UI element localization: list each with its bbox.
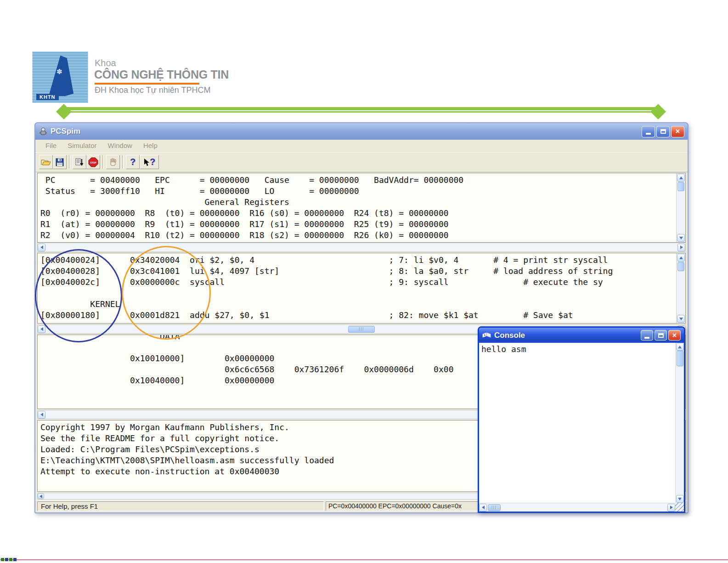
menubar: File Simulator Window Help — [35, 139, 688, 153]
registers-panel: PC = 00400000 EPC = 00000000 Cause = 000… — [37, 173, 686, 243]
diamond-right — [650, 104, 666, 119]
flower-icon: ✽ — [56, 68, 62, 76]
console-close-button[interactable]: × — [668, 330, 681, 341]
logo-underline — [95, 83, 199, 85]
scrollbar-thumb[interactable] — [677, 182, 684, 191]
menu-file[interactable]: File — [40, 142, 62, 149]
svg-text:STOP: STOP — [90, 161, 96, 164]
green-divider — [64, 107, 658, 113]
scroll-left-button[interactable] — [479, 504, 487, 512]
text-segment-panel: [0x00400024] 0x34020004 ori $2, $0, 4 ; … — [37, 253, 686, 324]
menu-help[interactable]: Help — [138, 142, 163, 149]
minimize-button[interactable] — [642, 126, 655, 137]
logo-university-label: ĐH Khoa học Tự nhiên TPHCM — [95, 85, 211, 95]
toolbar-separator — [102, 155, 104, 169]
bottom-decoration-square — [5, 558, 8, 561]
console-minimize-button[interactable] — [641, 330, 653, 341]
hand-icon — [108, 158, 118, 167]
close-button[interactable]: × — [671, 126, 684, 137]
console-output-text: hello asm — [479, 343, 675, 356]
pcspim-title-text: PCSpim — [51, 127, 80, 136]
text-segment-text: [0x00400024] 0x34020004 ori $2, $0, 4 ; … — [38, 253, 676, 323]
sail-logo-shape — [43, 55, 79, 97]
slide: ✽ KHTN Khoa CÔNG NGHỆ THÔNG TIN ĐH Khoa … — [0, 0, 728, 563]
run-program-button[interactable] — [73, 155, 86, 169]
stop-sign-icon: STOP — [88, 157, 98, 167]
console-maximize-button[interactable] — [655, 330, 667, 341]
text-vertical-scrollbar[interactable] — [676, 253, 685, 323]
scroll-left-button[interactable] — [38, 493, 44, 499]
registers-text: PC = 00400000 EPC = 00000000 Cause = 000… — [38, 173, 676, 242]
break-button[interactable]: STOP — [86, 155, 100, 169]
open-folder-icon — [41, 158, 51, 166]
console-window: Console × hello asm — [478, 326, 685, 513]
pause-button[interactable] — [106, 155, 120, 169]
logo-faculty-label: CÔNG NGHỆ THÔNG TIN — [94, 68, 229, 81]
save-button[interactable] — [53, 155, 67, 169]
save-floppy-icon — [56, 158, 64, 166]
status-registers-text: PC=0x00400000 EPC=0x00000000 Cause=0x — [326, 501, 487, 511]
console-vertical-scrollbar[interactable] — [675, 343, 684, 503]
run-log-icon — [75, 158, 84, 167]
bottom-decoration-square — [1, 558, 4, 561]
scroll-down-button[interactable] — [677, 234, 685, 242]
scroll-up-button[interactable] — [677, 174, 685, 182]
bottom-decoration-square — [9, 558, 12, 561]
help-button[interactable]: ? — [126, 155, 140, 169]
diamond-left — [56, 104, 72, 119]
cursor-arrow-icon — [143, 158, 150, 166]
registers-vertical-scrollbar[interactable] — [676, 173, 685, 242]
console-horizontal-scrollbar[interactable] — [479, 503, 675, 512]
scroll-left-button[interactable] — [38, 411, 45, 419]
scrollbar-thumb[interactable] — [488, 504, 501, 511]
scrollbar-thumb[interactable] — [348, 326, 375, 333]
scroll-left-button[interactable] — [38, 325, 45, 333]
logo-khoa-label: Khoa — [95, 58, 116, 68]
toolbar-separator — [122, 155, 124, 169]
logo-badge: KHTN — [36, 94, 59, 100]
toolbar-separator — [69, 155, 70, 169]
scroll-up-button[interactable] — [677, 254, 685, 262]
university-logo: ✽ KHTN — [32, 51, 88, 103]
pcspim-app-icon — [39, 127, 48, 136]
console-output-area[interactable]: hello asm — [479, 343, 675, 503]
open-file-button[interactable] — [39, 155, 53, 169]
bottom-decoration-line — [0, 559, 728, 560]
help-icon: ? — [150, 157, 155, 167]
console-titlebar[interactable]: Console × — [479, 328, 684, 343]
help-icon: ? — [130, 157, 135, 167]
scroll-left-button[interactable] — [38, 244, 45, 251]
menu-window[interactable]: Window — [102, 142, 138, 149]
toolbar: STOP ? ? — [35, 152, 688, 173]
console-title-text: Console — [494, 331, 525, 340]
status-help-text: For Help, press F1 — [37, 501, 324, 511]
maximize-button[interactable] — [656, 126, 670, 137]
scroll-down-button[interactable] — [677, 315, 685, 323]
scroll-right-button[interactable] — [667, 504, 675, 512]
console-body: hello asm — [479, 343, 684, 512]
resize-grip[interactable] — [675, 503, 684, 512]
scroll-up-button[interactable] — [676, 343, 684, 351]
scrollbar-thumb[interactable] — [677, 262, 684, 271]
menu-simulator[interactable]: Simulator — [62, 142, 102, 149]
scroll-right-button[interactable] — [677, 244, 685, 251]
bottom-decoration-square — [13, 558, 17, 561]
console-book-icon — [482, 332, 491, 339]
scrollbar-thumb[interactable] — [677, 351, 683, 366]
pcspim-titlebar[interactable]: PCSpim × — [34, 122, 688, 140]
context-help-button[interactable]: ? — [140, 155, 159, 169]
scroll-down-button[interactable] — [676, 495, 684, 503]
registers-horizontal-scrollbar[interactable] — [37, 243, 686, 252]
